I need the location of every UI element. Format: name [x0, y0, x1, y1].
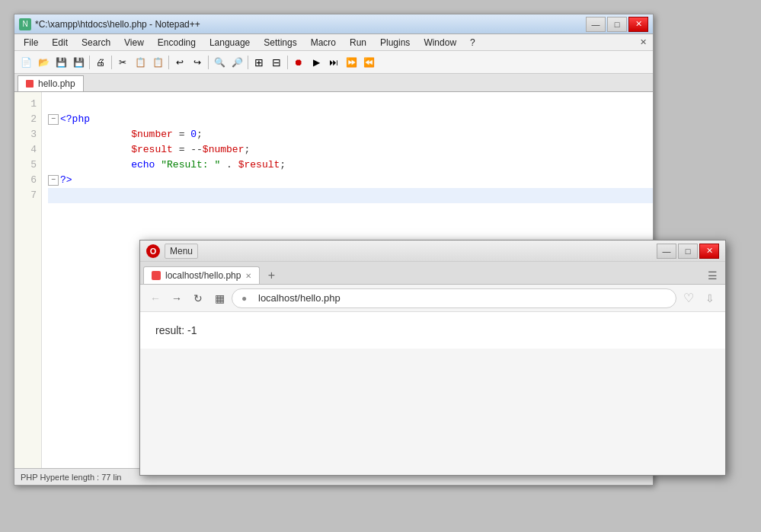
- tb-sep1: [89, 56, 90, 69]
- opera-speed-dial-button[interactable]: ▦: [210, 289, 229, 307]
- tb-sep5: [248, 56, 248, 69]
- code-line-5: echo "Result: " . $result;: [48, 158, 653, 173]
- opera-tabbar: localhost/hello.php ✕ + ☰: [140, 262, 725, 285]
- line-num-7: 7: [19, 188, 37, 203]
- tb-new[interactable]: 📄: [18, 54, 34, 71]
- npp-tab-hello[interactable]: hello.php: [18, 75, 84, 91]
- npp-tabbar: hello.php: [14, 74, 653, 92]
- npp-tab-label: hello.php: [38, 78, 75, 89]
- npp-toolbar: 📄 📂 💾 💾 🖨 ✂ 📋 📋 ↩ ↪ 🔍 🔎 ⊞ ⊟ ⏺ ▶ ⏭ ⏩ ⏪: [14, 51, 653, 74]
- opera-restore-button[interactable]: □: [678, 244, 698, 259]
- code-var-result: $result: [131, 142, 173, 158]
- line-num-4: 4: [19, 142, 37, 158]
- opera-close-button[interactable]: ✕: [699, 244, 719, 259]
- opera-refresh-button[interactable]: ↻: [189, 289, 207, 307]
- code-str: "Result: ": [161, 158, 220, 173]
- code-line-2: −<?php: [48, 112, 653, 127]
- menu-encoding[interactable]: Encoding: [152, 34, 202, 50]
- opera-window: O Menu — □ ✕ localhost/hello.php ✕ + ☰ ←…: [139, 240, 726, 476]
- code-line-7: [48, 188, 653, 203]
- tb-run3[interactable]: ⏭: [325, 54, 342, 71]
- tb-saveall[interactable]: 💾: [70, 54, 87, 71]
- code-semi1: ;: [197, 127, 203, 142]
- menu-search[interactable]: Search: [75, 34, 117, 50]
- opera-forward-button[interactable]: →: [168, 289, 186, 307]
- line-num-5: 5: [19, 158, 37, 173]
- code-semi3: ;: [280, 158, 286, 173]
- code-assign2: = --: [173, 142, 203, 158]
- code-line-3: $number = 0;: [48, 127, 653, 142]
- tb-paste[interactable]: 📋: [149, 54, 166, 71]
- opera-addressbar: ← → ↻ ▦ ● localhost/hello.php ♡ ⇩: [140, 285, 725, 312]
- menu-edit[interactable]: Edit: [46, 34, 74, 50]
- menu-language[interactable]: Language: [203, 34, 256, 50]
- opera-url-text: localhost/hello.php: [258, 292, 341, 304]
- opera-tab-hello[interactable]: localhost/hello.php ✕: [143, 266, 260, 284]
- tb-undo[interactable]: ↩: [171, 54, 188, 71]
- tb-run2[interactable]: ▶: [308, 54, 325, 71]
- menu-file[interactable]: File: [18, 34, 44, 50]
- npp-menubar: File Edit Search View Encoding Language …: [14, 34, 653, 51]
- opera-logo: O: [146, 244, 160, 258]
- npp-restore-button[interactable]: □: [607, 17, 627, 32]
- opera-tab-close[interactable]: ✕: [245, 272, 251, 280]
- menu-run[interactable]: Run: [344, 34, 373, 50]
- opera-minimize-button[interactable]: —: [657, 244, 676, 259]
- statusbar-text: PHP Hyperte length : 77 lin: [21, 473, 121, 482]
- tb-find[interactable]: 🔍: [211, 54, 228, 71]
- opera-stash-icon[interactable]: ☰: [704, 267, 721, 284]
- code-assign1: =: [173, 127, 190, 142]
- tb-sep4: [208, 56, 209, 69]
- menubar-close[interactable]: ✕: [637, 37, 650, 47]
- opera-secure-icon: ●: [241, 293, 252, 304]
- opera-content: result: -1: [140, 312, 725, 349]
- menu-window[interactable]: Window: [417, 34, 462, 50]
- opera-tab-label: localhost/hello.php: [165, 270, 241, 281]
- tb-save[interactable]: 💾: [53, 54, 69, 71]
- tb-zoom-in[interactable]: ⊞: [251, 54, 267, 71]
- menu-settings[interactable]: Settings: [257, 34, 302, 50]
- opera-menu-button[interactable]: Menu: [165, 244, 198, 259]
- npp-title: *C:\xampp\htdocs\hello.php - Notepad++: [35, 19, 586, 30]
- line-numbers: 1 2 3 4 5 6 7: [14, 92, 42, 468]
- opera-new-tab-button[interactable]: +: [263, 267, 280, 284]
- tb-zoom-out[interactable]: ⊟: [268, 54, 285, 71]
- code-line-6: −?>: [48, 173, 653, 188]
- fold-icon-6[interactable]: −: [48, 175, 59, 186]
- tb-replace[interactable]: 🔎: [229, 54, 245, 71]
- menu-macro[interactable]: Macro: [305, 34, 342, 50]
- opera-titlebar: O Menu — □ ✕: [140, 241, 725, 262]
- tb-sep2: [111, 56, 112, 69]
- tb-cut[interactable]: ✂: [114, 54, 131, 71]
- code-var-result2: $result: [238, 158, 280, 173]
- code-line-4: $result = --$number;: [48, 142, 653, 158]
- tb-copy[interactable]: 📋: [132, 54, 149, 71]
- npp-minimize-button[interactable]: —: [586, 17, 606, 32]
- menu-view[interactable]: View: [118, 34, 150, 50]
- code-var-number2: $number: [203, 142, 245, 158]
- code-num-0: 0: [190, 127, 197, 142]
- code-var-number: $number: [131, 127, 173, 142]
- menu-help[interactable]: ?: [464, 34, 481, 50]
- opera-address-bar[interactable]: ● localhost/hello.php: [232, 288, 676, 308]
- opera-back-button[interactable]: ←: [146, 289, 165, 307]
- tb-sep3: [168, 56, 169, 69]
- line-num-3: 3: [19, 127, 37, 142]
- tb-print[interactable]: 🖨: [92, 54, 109, 71]
- tb-open[interactable]: 📂: [35, 54, 52, 71]
- npp-titlebar: N *C:\xampp\htdocs\hello.php - Notepad++…: [14, 14, 653, 34]
- tb-run5[interactable]: ⏪: [360, 54, 377, 71]
- opera-download-button[interactable]: ⇩: [701, 289, 719, 307]
- code-semi2: ;: [244, 142, 250, 158]
- tb-redo[interactable]: ↪: [189, 54, 206, 71]
- npp-close-button[interactable]: ✕: [628, 17, 648, 32]
- menu-plugins[interactable]: Plugins: [374, 34, 416, 50]
- opera-win-controls: — □ ✕: [657, 244, 719, 259]
- opera-heart-button[interactable]: ♡: [679, 289, 698, 307]
- opera-output-text: result: -1: [155, 324, 197, 336]
- tb-run4[interactable]: ⏩: [343, 54, 360, 71]
- npp-tab-icon: [26, 80, 34, 88]
- code-echo: echo: [131, 158, 155, 173]
- tb-run[interactable]: ⏺: [290, 54, 307, 71]
- tb-sep6: [287, 56, 288, 69]
